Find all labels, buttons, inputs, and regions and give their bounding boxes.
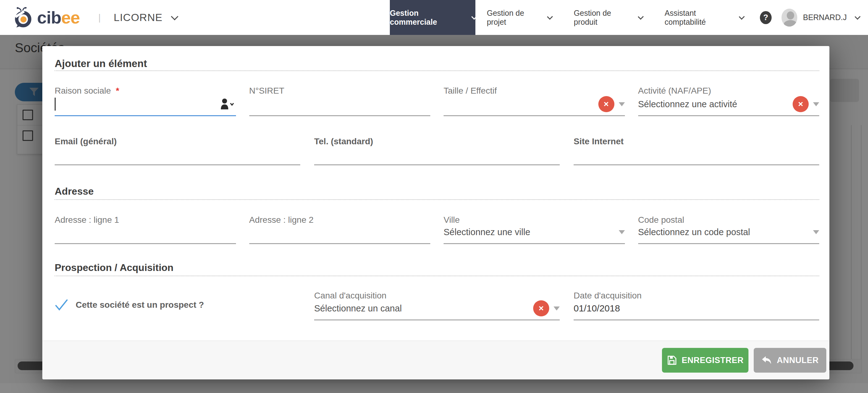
help-button[interactable]: ? bbox=[760, 11, 772, 24]
field-taille-effectif: Taille / Effectif × bbox=[443, 85, 625, 116]
field-tel: Tel. (standard) bbox=[314, 136, 560, 165]
modal-title: Ajouter un élément bbox=[55, 58, 147, 69]
field-prospect: Cette société est un prospect ? bbox=[55, 290, 300, 321]
canal-select[interactable]: Sélectionnez un canal × bbox=[314, 300, 560, 317]
clear-button[interactable]: × bbox=[533, 300, 549, 316]
main-menu: Gestion commerciale Gestion de projet Ge… bbox=[390, 0, 868, 35]
select-placeholder: Sélectionnez un code postal bbox=[638, 227, 750, 237]
adresse-ligne1-input[interactable] bbox=[55, 223, 236, 241]
field-siret: N°SIRET bbox=[249, 85, 431, 116]
cancel-button[interactable]: ANNULER bbox=[754, 348, 826, 373]
prospect-checkbox[interactable]: Cette société est un prospect ? bbox=[55, 299, 204, 311]
nav-item-gestion-de-produit[interactable]: Gestion de produit bbox=[562, 0, 653, 35]
brand-logo-icon bbox=[13, 7, 33, 28]
top-navbar: cibee | LICORNE Gestion commerciale Gest… bbox=[0, 0, 868, 35]
section-title: Prospection / Acquisition bbox=[55, 261, 819, 274]
checkbox-label: Cette société est un prospect ? bbox=[76, 300, 204, 310]
brand-name: cibee bbox=[37, 7, 80, 28]
avatar-body bbox=[784, 20, 797, 27]
clear-icon: × bbox=[603, 99, 609, 109]
field-raison-sociale: Raison sociale* bbox=[55, 85, 236, 116]
field-label: Taille / Effectif bbox=[443, 86, 497, 96]
cancel-label: ANNULER bbox=[777, 356, 819, 365]
dotted-divider bbox=[55, 70, 819, 71]
dropdown-arrow-icon bbox=[619, 230, 625, 234]
avatar-head bbox=[787, 11, 794, 20]
dropdown-arrow-icon bbox=[813, 230, 819, 234]
user-menu[interactable]: BERNARD.J bbox=[803, 13, 847, 22]
select-placeholder: Sélectionnez un canal bbox=[314, 303, 402, 313]
nav-item-gestion-commerciale[interactable]: Gestion commerciale bbox=[390, 0, 475, 35]
field-adresse-ligne2: Adresse : ligne 2 bbox=[249, 214, 431, 244]
dropdown-arrow-icon bbox=[554, 306, 560, 310]
date-value: 01/10/2018 bbox=[574, 303, 620, 313]
required-asterisk: * bbox=[116, 86, 119, 95]
company-selector[interactable]: LICORNE bbox=[114, 11, 162, 24]
field-label: N°SIRET bbox=[249, 86, 284, 96]
adresse-ligne2-input[interactable] bbox=[249, 223, 431, 241]
siret-input[interactable] bbox=[249, 95, 431, 113]
dropdown-arrow-icon bbox=[813, 102, 819, 106]
clear-button[interactable]: × bbox=[793, 96, 809, 112]
field-adresse-ligne1: Adresse : ligne 1 bbox=[55, 214, 236, 244]
code-postal-select[interactable]: Sélectionnez un code postal bbox=[638, 223, 819, 241]
field-site-internet: Site Internet bbox=[574, 136, 819, 165]
field-label: Date d'acquisition bbox=[574, 291, 642, 301]
field-canal: Canal d'acquisition Sélectionnez un cana… bbox=[314, 290, 560, 321]
clear-icon: × bbox=[798, 99, 803, 109]
clear-button[interactable]: × bbox=[598, 96, 614, 112]
site-internet-input[interactable] bbox=[574, 145, 819, 162]
save-label: ENREGISTRER bbox=[682, 356, 744, 365]
modal-footer: ENREGISTRER ANNULER bbox=[42, 340, 829, 380]
dropdown-arrow-icon bbox=[619, 102, 625, 106]
section-adresse: Adresse bbox=[55, 184, 819, 200]
field-code-postal: Code postal Sélectionnez un code postal bbox=[638, 214, 819, 244]
chevron-down-icon bbox=[638, 13, 644, 20]
nav-item-assistant-comptabilite[interactable]: Assistant comptabilité bbox=[653, 0, 755, 35]
field-date-acquisition: Date d'acquisition 01/10/2018 bbox=[574, 290, 819, 321]
field-activite: Activité (NAF/APE) Sélectionnez une acti… bbox=[638, 85, 819, 116]
check-icon bbox=[55, 299, 68, 311]
brand-divider: | bbox=[98, 12, 101, 23]
avatar[interactable] bbox=[781, 9, 798, 27]
nav-item-gestion-de-projet[interactable]: Gestion de projet bbox=[475, 0, 562, 35]
section-title: Adresse bbox=[55, 184, 819, 198]
chevron-down-icon bbox=[739, 13, 745, 20]
field-label: Canal d'acquisition bbox=[314, 291, 386, 301]
field-email: Email (général) bbox=[55, 136, 300, 165]
select-placeholder: Sélectionnez une activité bbox=[638, 99, 737, 109]
save-icon bbox=[667, 355, 677, 365]
question-icon: ? bbox=[763, 13, 768, 22]
field-label: Activité (NAF/APE) bbox=[638, 86, 711, 96]
activite-select[interactable]: Sélectionnez une activité × bbox=[638, 95, 819, 113]
ville-select[interactable]: Sélectionnez une ville bbox=[443, 223, 625, 241]
chevron-down-icon bbox=[547, 13, 553, 20]
field-label: Raison sociale bbox=[55, 86, 111, 95]
field-ville: Ville Sélectionnez une ville bbox=[443, 214, 625, 244]
select-placeholder: Sélectionnez une ville bbox=[443, 227, 530, 237]
taille-select[interactable]: × bbox=[443, 95, 625, 113]
chevron-down-icon bbox=[171, 13, 178, 20]
person-select-icon bbox=[221, 98, 236, 110]
tel-input[interactable] bbox=[314, 145, 560, 162]
clear-icon: × bbox=[539, 303, 544, 313]
text-cursor bbox=[55, 98, 56, 111]
brand[interactable]: cibee bbox=[0, 7, 80, 28]
undo-icon bbox=[762, 356, 772, 365]
add-element-modal: Ajouter un élément Raison sociale* N°SIR… bbox=[42, 46, 829, 379]
chevron-down-icon bbox=[855, 13, 861, 20]
date-acquisition-input[interactable]: 01/10/2018 bbox=[574, 300, 819, 317]
section-prospection: Prospection / Acquisition bbox=[55, 261, 819, 276]
save-button[interactable]: ENREGISTRER bbox=[662, 348, 748, 373]
email-input[interactable] bbox=[55, 145, 300, 162]
raison-sociale-input[interactable] bbox=[55, 95, 236, 113]
app-screen: Sociétés bbox=[0, 0, 868, 393]
